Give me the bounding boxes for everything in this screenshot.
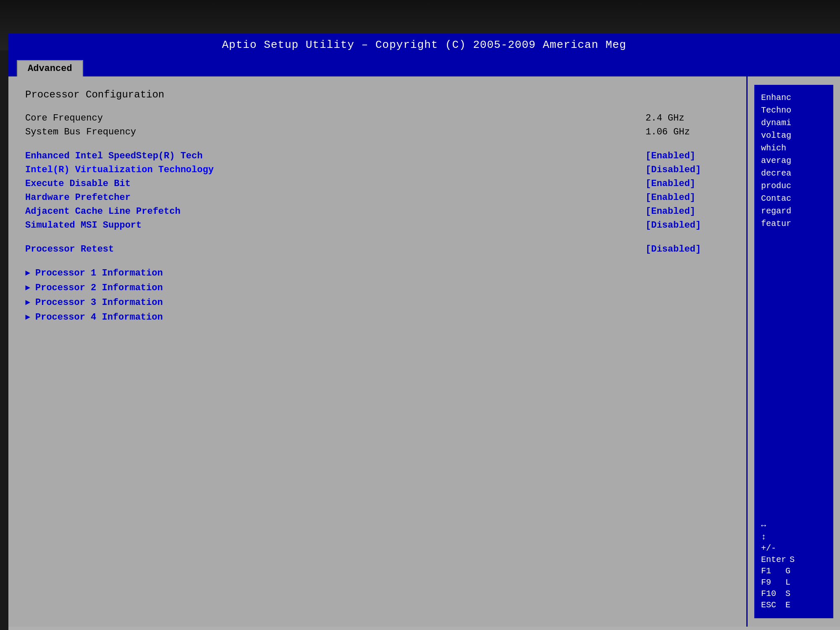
key-desc: G <box>785 566 790 576</box>
option-row-virtualization[interactable]: Intel(R) Virtualization Technology [Disa… <box>25 165 730 175</box>
key-desc: S <box>790 555 795 564</box>
key-name: ↕ <box>761 532 782 542</box>
key-legend-row: EnterS <box>761 555 827 564</box>
help-text-line: which <box>761 142 827 155</box>
title-bar: Aptio Setup Utility – Copyright (C) 2005… <box>8 34 840 56</box>
key-name: ESC <box>761 600 782 610</box>
key-legend-row: F9L <box>761 578 827 587</box>
right-panel-inner: EnhancTechnodynamivoltagwhichaveragdecre… <box>754 85 833 618</box>
tab-advanced[interactable]: Advanced <box>17 60 83 76</box>
right-panel: EnhancTechnodynamivoltagwhichaveragdecre… <box>748 76 840 627</box>
spacer-2 <box>25 234 730 244</box>
retest-value: [Disabled] <box>646 244 730 255</box>
adj-cache-label: Adjacent Cache Line Prefetch <box>25 206 181 217</box>
section-header: Processor Configuration <box>25 89 730 100</box>
option-row-adj-cache[interactable]: Adjacent Cache Line Prefetch [Enabled] <box>25 206 730 217</box>
key-legend: ↔↕+/-EnterSF1GF9LF10SESCE <box>761 521 827 612</box>
help-text: EnhancTechnodynamivoltagwhichaveragdecre… <box>761 92 827 230</box>
submenu-label-1: Processor 1 Information <box>35 268 163 278</box>
option-row-hw-prefetch[interactable]: Hardware Prefetcher [Enabled] <box>25 192 730 203</box>
key-legend-row: ↕ <box>761 532 827 542</box>
key-legend-row: ESCE <box>761 600 827 610</box>
adj-cache-value: [Enabled] <box>646 206 730 217</box>
retest-label: Processor Retest <box>25 244 114 255</box>
main-content: Processor Configuration Core Frequency 2… <box>8 76 840 627</box>
help-text-line: regard <box>761 205 827 218</box>
arrow-icon-1: ► <box>25 268 30 278</box>
bus-freq-label: System Bus Frequency <box>25 127 136 137</box>
key-legend-row: F1G <box>761 566 827 576</box>
help-text-line: Enhanc <box>761 92 827 104</box>
sim-msi-label: Simulated MSI Support <box>25 220 142 231</box>
key-name: F10 <box>761 589 782 598</box>
help-text-line: averag <box>761 155 827 167</box>
option-row-retest[interactable]: Processor Retest [Disabled] <box>25 244 730 255</box>
title-text: Aptio Setup Utility – Copyright (C) 2005… <box>222 39 627 51</box>
submenu-processor-4[interactable]: ► Processor 4 Information <box>25 312 730 323</box>
help-text-line: dynami <box>761 117 827 129</box>
config-row-core-freq: Core Frequency 2.4 GHz <box>25 113 730 123</box>
help-text-line: featur <box>761 218 827 230</box>
key-legend-row: +/- <box>761 543 827 553</box>
virtualization-value: [Disabled] <box>646 165 730 175</box>
submenu-label-2: Processor 2 Information <box>35 283 163 293</box>
execute-disable-value: [Enabled] <box>646 178 730 189</box>
execute-disable-label: Execute Disable Bit <box>25 178 131 189</box>
tab-row: Advanced <box>8 56 840 76</box>
help-text-line: decrea <box>761 167 827 180</box>
sim-msi-value: [Disabled] <box>646 220 730 231</box>
key-legend-row: F10S <box>761 589 827 598</box>
option-row-execute-disable[interactable]: Execute Disable Bit [Enabled] <box>25 178 730 189</box>
key-name: Enter <box>761 555 786 564</box>
help-text-line: voltag <box>761 129 827 142</box>
key-name: F1 <box>761 566 782 576</box>
key-legend-row: ↔ <box>761 521 827 530</box>
spacer-3 <box>25 258 730 268</box>
submenu-processor-2[interactable]: ► Processor 2 Information <box>25 283 730 293</box>
key-desc: L <box>785 578 790 587</box>
submenu-processor-3[interactable]: ► Processor 3 Information <box>25 297 730 308</box>
core-freq-label: Core Frequency <box>25 113 103 123</box>
help-text-line: Techno <box>761 104 827 117</box>
left-panel: Processor Configuration Core Frequency 2… <box>8 76 748 627</box>
key-desc: S <box>785 589 790 598</box>
spacer-1 <box>25 141 730 151</box>
option-row-sim-msi[interactable]: Simulated MSI Support [Disabled] <box>25 220 730 231</box>
key-name: +/- <box>761 543 782 553</box>
tab-label: Advanced <box>28 63 72 74</box>
hw-prefetch-label: Hardware Prefetcher <box>25 192 131 203</box>
core-freq-value: 2.4 GHz <box>646 113 730 123</box>
config-row-bus-freq: System Bus Frequency 1.06 GHz <box>25 127 730 137</box>
submenu-label-4: Processor 4 Information <box>35 312 163 323</box>
bios-container: Aptio Setup Utility – Copyright (C) 2005… <box>8 34 840 630</box>
arrow-icon-2: ► <box>25 283 30 293</box>
arrow-icon-3: ► <box>25 298 30 307</box>
key-name: F9 <box>761 578 782 587</box>
speedstep-label: Enhanced Intel SpeedStep(R) Tech <box>25 151 202 161</box>
virtualization-label: Intel(R) Virtualization Technology <box>25 165 214 175</box>
help-text-line: produc <box>761 180 827 192</box>
section-header-text: Processor Configuration <box>25 89 164 100</box>
submenu-processor-1[interactable]: ► Processor 1 Information <box>25 268 730 278</box>
key-name: ↔ <box>761 521 782 530</box>
bus-freq-value: 1.06 GHz <box>646 127 730 137</box>
key-desc: E <box>785 600 790 610</box>
option-row-speedstep[interactable]: Enhanced Intel SpeedStep(R) Tech [Enable… <box>25 151 730 161</box>
help-text-line: Contac <box>761 192 827 205</box>
arrow-icon-4: ► <box>25 312 30 322</box>
submenu-label-3: Processor 3 Information <box>35 297 163 308</box>
hw-prefetch-value: [Enabled] <box>646 192 730 203</box>
speedstep-value: [Enabled] <box>646 151 730 161</box>
